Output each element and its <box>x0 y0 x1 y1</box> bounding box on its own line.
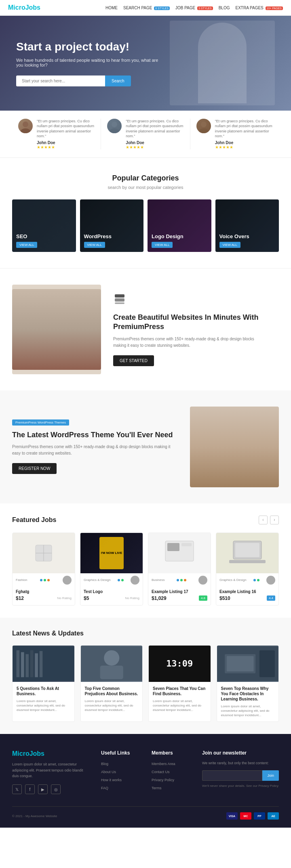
newsletter-note: We'll never share your details. See our … <box>202 784 279 788</box>
search-input[interactable] <box>16 75 105 86</box>
wp-view-all[interactable]: VIEW ALL <box>84 242 105 248</box>
search-button[interactable]: Search <box>105 75 131 86</box>
footer-members: Members Members Area Contact Us Privacy … <box>152 750 190 794</box>
hero-content: Start a project today! We have hundreds … <box>16 40 158 86</box>
wp-theme-content: PremiumPress WordPress Themes The Latest… <box>12 407 190 487</box>
youtube-icon[interactable]: ▶ <box>38 784 48 794</box>
footer-desc: Lorem ipsum dolor sit amet, consectetur … <box>12 761 89 779</box>
svg-rect-19 <box>17 650 20 677</box>
nav-extra[interactable]: EXTRA PAGES 10+ PAGES <box>236 6 283 10</box>
footer-newsletter: Join our newsletter We write rarely, but… <box>202 750 279 794</box>
nav-home[interactable]: HOME <box>105 6 118 10</box>
wp-register-button[interactable]: REGISTER NOW <box>12 463 57 474</box>
extra-badge: 10+ PAGES <box>266 6 283 10</box>
facebook-icon[interactable]: f <box>25 784 35 794</box>
next-arrow[interactable]: › <box>270 516 279 524</box>
footer-members-title: Members <box>152 750 190 756</box>
svg-rect-16 <box>235 543 259 557</box>
footer-links-list: Blog About Us How it works FAQ <box>101 761 139 790</box>
promo-cta-button[interactable]: GET STARTED <box>113 355 154 366</box>
job-info-1: Fghatg $12 No Rating <box>13 587 75 605</box>
nav-blog[interactable]: BLOG <box>219 6 230 10</box>
job-card-1[interactable]: Fashion Fghatg $12 No Rating <box>12 533 75 606</box>
footer-link-how[interactable]: How it works <box>101 777 139 782</box>
news-title: Latest News & Updates <box>12 630 279 637</box>
news-card-2[interactable]: Top Five Common Prejudices About Busines… <box>80 645 143 722</box>
news-thumb-4 <box>217 646 279 682</box>
nav-links: HOME SEARCH PAGE 8 STYLES JOB PAGE 3 STY… <box>105 6 283 10</box>
footer-link-blog[interactable]: Blog <box>101 761 139 766</box>
job-card-3[interactable]: Business Example Listing 17 $1,029 4.8 <box>148 533 211 606</box>
news-section: Latest News & Updates 5 Questions To Ask… <box>0 618 291 734</box>
logo[interactable]: MicroJobs <box>8 4 40 11</box>
job-dots-2 <box>118 579 124 581</box>
svg-rect-8 <box>115 302 124 304</box>
job-card-2[interactable]: I'M NOW LIVE Graphics & Design Test Logo… <box>80 533 143 606</box>
svg-rect-20 <box>21 652 24 677</box>
dot-3 <box>47 579 50 581</box>
hero-person-img <box>170 21 275 105</box>
promo-section: Create Beautiful Websites In Minutes Wit… <box>0 268 291 390</box>
visa-icon: VISA <box>226 812 238 820</box>
job-meta-1: Fashion <box>13 573 75 587</box>
nav-search-page[interactable]: SEARCH PAGE 8 STYLES <box>123 6 170 10</box>
dot-5 <box>121 579 124 581</box>
dot-2 <box>44 579 46 581</box>
newsletter-input[interactable] <box>202 770 262 781</box>
voice-view-all[interactable]: VIEW ALL <box>219 242 240 248</box>
news-card-1[interactable]: 5 Questions To Ask At Business. Lorem ip… <box>12 645 75 722</box>
news-card-3[interactable]: 13:09 Seven Places That You Can Find Bus… <box>148 645 211 722</box>
search-badge: 8 STYLES <box>154 6 170 10</box>
footer-members-area[interactable]: Members Area <box>152 761 190 766</box>
job-avatar-3 <box>198 576 207 585</box>
category-wordpress[interactable]: WordPress VIEW ALL <box>80 199 144 252</box>
svg-rect-6 <box>115 294 124 298</box>
logo-view-all[interactable]: VIEW ALL <box>152 242 173 248</box>
wp-theme-title: The Latest WordPress Theme You'll Ever N… <box>12 430 178 440</box>
featured-jobs-header: Featured Jobs ‹ › <box>12 516 279 524</box>
wp-theme-desc: PremiumPress themes come with 150+ ready… <box>12 444 178 457</box>
job-thumb-2: I'M NOW LIVE <box>80 533 143 573</box>
job-card-4[interactable]: Graphics & Design Example Listing 16 $51… <box>216 533 279 606</box>
footer-terms[interactable]: Terms <box>152 785 190 790</box>
dot-10 <box>257 579 259 581</box>
newsletter-join-button[interactable]: Join <box>262 770 279 781</box>
footer-link-about[interactable]: About Us <box>101 769 139 774</box>
category-seo[interactable]: SEO VIEW ALL <box>12 199 76 252</box>
avatar-1 <box>18 119 33 133</box>
category-seo-overlay: SEO VIEW ALL <box>12 199 76 252</box>
categories-subtitle: search by our most popular categories <box>12 185 279 190</box>
svg-point-5 <box>199 128 209 133</box>
twitter-icon[interactable]: 𝕏 <box>12 784 22 794</box>
footer-link-faq[interactable]: FAQ <box>101 785 139 790</box>
news-card-4[interactable]: Seven Top Reasons Why You Face Obstacles… <box>217 645 279 722</box>
dot-8 <box>184 579 186 581</box>
promo-person <box>12 289 101 370</box>
newsletter-title: Join our newsletter <box>202 750 279 756</box>
category-logo-design[interactable]: Logo Design VIEW ALL <box>148 199 211 252</box>
categories-grid: SEO VIEW ALL WordPress VIEW ALL Logo Des… <box>12 199 279 252</box>
navbar: MicroJobs HOME SEARCH PAGE 8 STYLES JOB … <box>0 0 291 16</box>
hero-image <box>170 16 275 111</box>
svg-rect-31 <box>259 650 274 677</box>
job-rating-2: $5 No Rating <box>84 595 139 601</box>
svg-rect-30 <box>226 656 253 671</box>
promo-desc: PremiumPress themes come with 150+ ready… <box>113 336 267 349</box>
nav-job-page[interactable]: JOB PAGE 3 STYLES <box>175 6 213 10</box>
prev-arrow[interactable]: ‹ <box>259 516 268 524</box>
instagram-icon[interactable]: ◎ <box>51 784 61 794</box>
footer-bottom: © 2021 - My Awesome Website VISA MC PP A… <box>12 806 279 820</box>
wp-person <box>190 407 279 487</box>
category-wp-overlay: WordPress VIEW ALL <box>80 199 144 252</box>
rating-badge-3: 4.8 <box>199 595 207 601</box>
seo-view-all[interactable]: VIEW ALL <box>16 242 37 248</box>
paypal-icon: PP <box>254 812 265 820</box>
category-voice-overs[interactable]: Voice Overs VIEW ALL <box>215 199 279 252</box>
categories-section: Popular Categories search by our most po… <box>0 158 291 268</box>
svg-point-4 <box>201 122 207 127</box>
footer-privacy-policy[interactable]: Privacy Policy <box>152 777 190 782</box>
logo-text: Micro <box>8 4 25 11</box>
newsletter-form: Join <box>202 770 279 781</box>
footer-contact-us[interactable]: Contact Us <box>152 769 190 774</box>
footer-useful-links: Useful Links Blog About Us How it works … <box>101 750 139 794</box>
